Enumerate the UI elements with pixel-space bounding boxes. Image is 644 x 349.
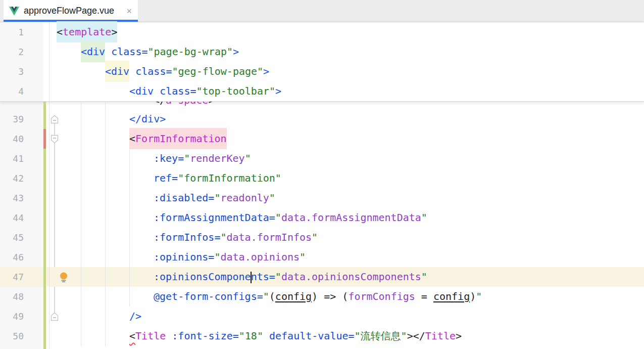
code-token: < bbox=[129, 330, 135, 342]
code-token: > bbox=[407, 330, 413, 342]
code-token: FormInformation bbox=[135, 128, 227, 149]
code-token: "top-toolbar" bbox=[196, 85, 275, 97]
code-token: data.formAssignmentData bbox=[281, 211, 421, 224]
code-token: " bbox=[275, 211, 281, 224]
code-line[interactable]: 4<div class="top-toolbar"> bbox=[0, 81, 644, 101]
code-line[interactable]: 44:formAssignmentData="data.formAssignme… bbox=[0, 208, 644, 228]
code-token: " bbox=[275, 271, 281, 283]
code-line[interactable]: 48@get-form-configs="(config) => (formCo… bbox=[0, 287, 644, 307]
code-token: "page-bg-wrap" bbox=[147, 46, 233, 58]
code-line[interactable]: 1<template> bbox=[0, 22, 644, 42]
code-token: :font-size= bbox=[172, 330, 238, 342]
code-line[interactable]: 41:key="renderKey" bbox=[0, 149, 644, 168]
tab-label: approveFlowPage.vue bbox=[24, 6, 114, 16]
code-token: config bbox=[433, 290, 470, 302]
code-token: " bbox=[269, 192, 275, 204]
code-line[interactable]: 50<Title :font-size="18" default-value="… bbox=[0, 326, 644, 346]
vcs-change-marker bbox=[43, 346, 46, 349]
indent-guide bbox=[105, 102, 106, 346]
code-token: "18" bbox=[239, 330, 263, 342]
code-line[interactable]: 45:formInfos="data.formInfos" bbox=[0, 228, 644, 247]
code-token: class= bbox=[135, 65, 172, 77]
code-token: </ bbox=[413, 330, 425, 342]
code-token: => bbox=[324, 290, 336, 302]
code-token: ( bbox=[269, 290, 275, 302]
code-line[interactable]: 46:opinions="data.opinions" bbox=[0, 247, 644, 267]
code-token: " bbox=[245, 152, 251, 164]
indent-guide bbox=[81, 102, 81, 346]
code-token: :disabled= bbox=[154, 192, 214, 204]
code-token: ) bbox=[470, 290, 476, 302]
code-line[interactable]: 3<div class="geg-flow-page"> bbox=[0, 62, 644, 81]
code-token: " bbox=[421, 271, 427, 283]
code-token: </ bbox=[154, 102, 166, 106]
code-token: < bbox=[57, 21, 63, 42]
code-token: "流转信息" bbox=[355, 330, 407, 342]
code-token: data.opinionsComponents bbox=[281, 271, 421, 283]
code-token: " bbox=[312, 231, 318, 243]
code-token: :key= bbox=[154, 152, 184, 164]
code-token: a-space bbox=[166, 102, 208, 106]
code-line[interactable]: 39</div> bbox=[0, 109, 644, 129]
code-token: > bbox=[208, 102, 214, 106]
code-token: "geg-flow-page" bbox=[172, 65, 263, 77]
code-line[interactable]: 42ref="formInformation" bbox=[0, 168, 644, 188]
code-token: > bbox=[111, 21, 117, 42]
tab-approveflowpage-vue[interactable]: approveFlowPage.vue × bbox=[4, 0, 138, 22]
code-token: <div bbox=[81, 41, 105, 62]
code-token: :formAssignmentData= bbox=[154, 211, 275, 224]
code-line[interactable]: 40<FormInformation bbox=[0, 129, 644, 149]
gutter-border bbox=[49, 22, 49, 349]
vue-logo-icon bbox=[9, 7, 19, 16]
close-icon[interactable]: × bbox=[126, 7, 132, 16]
code-token: " bbox=[263, 290, 269, 302]
code-token: readonly bbox=[220, 192, 269, 204]
code-token: " bbox=[476, 290, 482, 302]
code-token: > bbox=[275, 85, 281, 97]
code-token bbox=[263, 330, 269, 342]
code-token: " bbox=[220, 231, 226, 243]
code-token: :opinionsCompone bbox=[154, 271, 251, 283]
code-line[interactable]: 47:opinionsComponents="data.opinionsComp… bbox=[0, 267, 644, 287]
code-line[interactable]: 49/> bbox=[0, 307, 644, 326]
code-token: " bbox=[300, 251, 306, 263]
code-editor[interactable]: </a-space>39</div>40<FormInformation41:k… bbox=[0, 102, 644, 349]
code-token: " bbox=[214, 251, 220, 263]
code-token: /> bbox=[129, 310, 141, 322]
code-token: ) bbox=[312, 290, 324, 302]
code-line[interactable]: 43:disabled="readonly" bbox=[0, 188, 644, 208]
code-token: class= bbox=[111, 46, 147, 58]
code-token: @get-form-configs= bbox=[154, 290, 263, 302]
code-token: <div bbox=[129, 85, 154, 97]
sticky-context-header: 1<template>2<div class="page-bg-wrap">3<… bbox=[0, 22, 644, 102]
code-token: :formInfos= bbox=[154, 231, 220, 243]
code-token: </div> bbox=[129, 113, 166, 125]
code-token: renderKey bbox=[190, 152, 244, 164]
code-token: data.formInfos bbox=[227, 231, 312, 243]
code-token: "formInformation" bbox=[178, 172, 281, 184]
code-token: = bbox=[415, 290, 433, 302]
code-token: data.opinions bbox=[220, 251, 300, 263]
code-token: class= bbox=[160, 85, 196, 97]
code-line[interactable]: </a-space> bbox=[0, 102, 644, 109]
code-token: > bbox=[263, 65, 269, 77]
code-token: default-value= bbox=[269, 330, 355, 342]
code-token: ref= bbox=[154, 172, 178, 184]
ide-window: approveFlowPage.vue × 1<template>2<div c… bbox=[0, 0, 644, 349]
code-token: " bbox=[184, 152, 190, 164]
code-token bbox=[166, 330, 172, 342]
code-token: config bbox=[275, 290, 312, 302]
code-token: formConfigs bbox=[348, 290, 415, 302]
code-token: nts= bbox=[251, 271, 275, 283]
code-token: > bbox=[456, 330, 462, 342]
editor-tab-bar: approveFlowPage.vue × bbox=[0, 0, 644, 22]
indent-guide bbox=[129, 149, 130, 307]
code-token: Title bbox=[135, 330, 166, 342]
code-token: " bbox=[421, 211, 427, 224]
code-line[interactable]: 2<div class="page-bg-wrap"> bbox=[0, 42, 644, 62]
code-token: " bbox=[214, 192, 220, 204]
code-token: Title bbox=[425, 330, 456, 342]
code-token: > bbox=[233, 46, 239, 58]
code-token: ( bbox=[336, 290, 348, 302]
code-token: template bbox=[63, 21, 111, 42]
